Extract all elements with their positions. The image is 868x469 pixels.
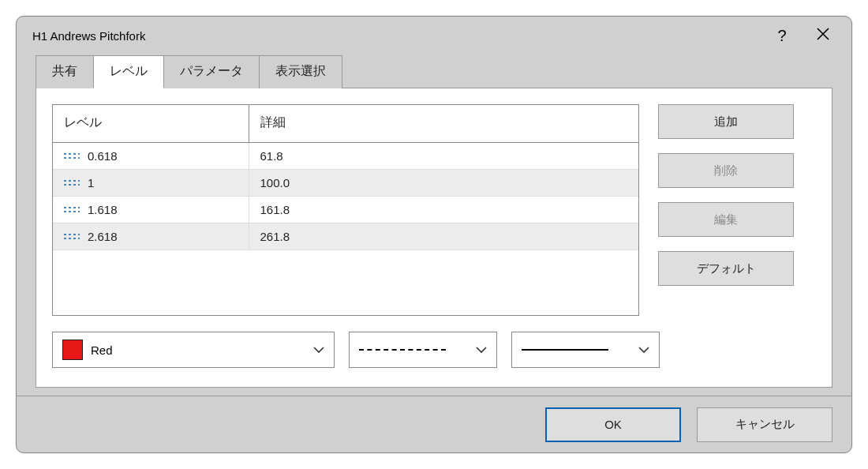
- level-value: 1.618: [88, 203, 118, 216]
- close-button[interactable]: [803, 20, 844, 51]
- style-selectors: Red: [52, 332, 816, 368]
- delete-button[interactable]: 削除: [658, 153, 794, 188]
- line-style-icon: [64, 207, 80, 213]
- tab-label: 表示選択: [275, 64, 326, 77]
- levels-table: レベル 詳細 0.618 61.8 1 100.0: [52, 104, 639, 316]
- tab-label: レベル: [110, 64, 148, 77]
- detail-value: 61.8: [249, 143, 638, 170]
- side-buttons: 追加 削除 編集 デフォルト: [658, 104, 794, 316]
- button-label: 削除: [714, 163, 738, 178]
- color-name: Red: [91, 343, 113, 357]
- tab-label: 共有: [52, 64, 77, 77]
- col-header-level[interactable]: レベル: [53, 105, 249, 143]
- level-value: 2.618: [88, 230, 118, 243]
- detail-value: 261.8: [249, 223, 638, 250]
- dialog-footer: OK キャンセル: [17, 396, 851, 452]
- ok-button[interactable]: OK: [545, 407, 681, 442]
- line-style-selector[interactable]: [349, 332, 497, 368]
- line-width-selector[interactable]: [511, 332, 660, 368]
- level-value: 1: [88, 176, 94, 189]
- table-row[interactable]: 1.618 161.8: [53, 197, 638, 223]
- table-row[interactable]: 1 100.0: [53, 170, 638, 197]
- table-row[interactable]: 2.618 261.8: [53, 223, 638, 250]
- level-value: 0.618: [88, 149, 118, 163]
- detail-value: 100.0: [249, 170, 638, 197]
- tab-share[interactable]: 共有: [36, 55, 94, 88]
- dashed-line-icon: [359, 349, 446, 351]
- chevron-down-icon: [313, 346, 324, 354]
- edit-button[interactable]: 編集: [658, 202, 794, 237]
- close-icon: [816, 27, 830, 45]
- dialog-window: H1 Andrews Pitchfork ? 共有 レベル パラメータ 表示選択…: [16, 16, 852, 453]
- solid-line-icon: [522, 349, 608, 351]
- titlebar: H1 Andrews Pitchfork ?: [17, 17, 851, 54]
- window-title: H1 Andrews Pitchfork: [32, 29, 145, 43]
- color-swatch-icon: [62, 340, 83, 360]
- chevron-down-icon: [638, 346, 649, 354]
- button-label: 編集: [714, 212, 738, 227]
- button-label: OK: [604, 418, 622, 431]
- question-icon: ?: [777, 27, 786, 45]
- tab-parameters[interactable]: パラメータ: [163, 55, 260, 88]
- line-style-icon: [64, 180, 80, 186]
- chevron-down-icon: [476, 346, 487, 354]
- tab-panel: レベル 詳細 0.618 61.8 1 100.0: [36, 88, 832, 388]
- detail-value: 161.8: [249, 197, 638, 223]
- tab-strip: 共有 レベル パラメータ 表示選択: [36, 54, 851, 88]
- col-header-detail[interactable]: 詳細: [249, 105, 638, 143]
- tab-levels[interactable]: レベル: [93, 55, 164, 88]
- default-button[interactable]: デフォルト: [658, 251, 794, 286]
- color-selector[interactable]: Red: [52, 332, 335, 368]
- button-label: 追加: [714, 114, 738, 129]
- line-style-icon: [64, 234, 80, 240]
- button-label: デフォルト: [697, 261, 756, 276]
- help-button[interactable]: ?: [761, 20, 803, 51]
- button-label: キャンセル: [735, 417, 795, 432]
- tab-label: パラメータ: [180, 64, 243, 77]
- line-style-icon: [64, 153, 80, 159]
- table-row[interactable]: 0.618 61.8: [53, 143, 638, 170]
- tab-display[interactable]: 表示選択: [259, 55, 342, 88]
- cancel-button[interactable]: キャンセル: [697, 407, 832, 442]
- add-button[interactable]: 追加: [658, 104, 794, 139]
